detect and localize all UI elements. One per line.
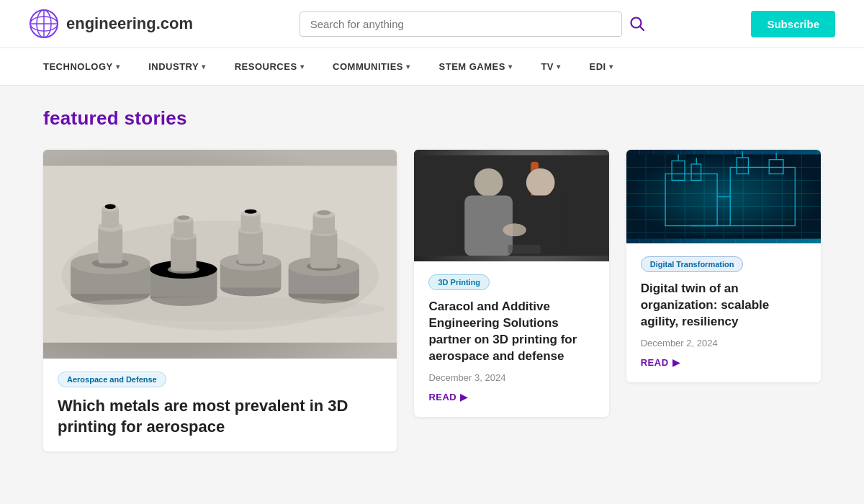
nav-label-edi: EDI bbox=[590, 61, 606, 72]
arrow-right-icon: ▶ bbox=[460, 392, 468, 402]
card-image-digital bbox=[626, 150, 821, 243]
nav-label-tv: TV bbox=[541, 61, 554, 72]
svg-rect-85 bbox=[626, 154, 821, 238]
nav-item-technology[interactable]: TECHNOLOGY ▾ bbox=[29, 48, 134, 85]
search-area bbox=[300, 12, 645, 37]
search-input[interactable] bbox=[310, 18, 611, 30]
chevron-down-icon: ▾ bbox=[202, 63, 206, 71]
nav-item-stem-games[interactable]: STEM GAMES ▾ bbox=[425, 48, 527, 85]
svg-point-51 bbox=[474, 168, 503, 197]
digital-illustration bbox=[626, 150, 821, 243]
read-label-3: READ bbox=[641, 357, 669, 368]
main-nav: TECHNOLOGY ▾ INDUSTRY ▾ RESOURCES ▾ COMM… bbox=[0, 48, 864, 86]
read-link-3[interactable]: READ ▶ bbox=[641, 357, 806, 368]
chevron-down-icon: ▾ bbox=[300, 63, 305, 71]
svg-point-53 bbox=[526, 168, 555, 197]
card-tag-3[interactable]: Digital Transformation bbox=[641, 256, 744, 272]
chevron-down-icon: ▾ bbox=[116, 63, 120, 71]
nav-item-communities[interactable]: COMMUNITIES ▾ bbox=[318, 48, 424, 85]
featured-card: Aerospace and Defense Which metals are m… bbox=[43, 150, 397, 451]
svg-point-55 bbox=[503, 223, 526, 236]
card-title-3: Digital twin of an organization: scalabl… bbox=[641, 281, 806, 330]
cards-grid: Aerospace and Defense Which metals are m… bbox=[43, 150, 821, 451]
chevron-down-icon: ▾ bbox=[406, 63, 410, 71]
card-tag-1[interactable]: Aerospace and Defense bbox=[58, 372, 166, 387]
main-content: featured stories bbox=[14, 86, 850, 473]
chevron-down-icon: ▾ bbox=[557, 63, 561, 71]
card-title-2: Caracol and Additive Engineering Solutio… bbox=[428, 299, 594, 365]
card-body-2: 3D Printing Caracol and Additive Enginee… bbox=[414, 261, 608, 417]
chevron-down-icon: ▾ bbox=[609, 63, 613, 71]
nav-item-edi[interactable]: EDI ▾ bbox=[575, 48, 628, 85]
read-label-2: READ bbox=[428, 392, 456, 402]
caracol-card: 3D Printing Caracol and Additive Enginee… bbox=[414, 150, 608, 417]
card-date-3: December 2, 2024 bbox=[641, 338, 806, 348]
subscribe-button[interactable]: Subscribe bbox=[751, 11, 835, 37]
search-button[interactable] bbox=[629, 16, 645, 32]
svg-line-6 bbox=[640, 27, 644, 30]
svg-point-36 bbox=[245, 210, 257, 214]
svg-point-27 bbox=[177, 215, 189, 220]
card-image-caracol bbox=[414, 150, 608, 261]
card-body-3: Digital Transformation Digital twin of a… bbox=[626, 243, 821, 382]
nav-label-resources: RESOURCES bbox=[235, 61, 297, 72]
svg-point-45 bbox=[317, 210, 330, 215]
digital-twin-card: Digital Transformation Digital twin of a… bbox=[626, 150, 821, 382]
card-image-3dprint bbox=[43, 150, 397, 359]
logo-icon bbox=[29, 9, 59, 39]
nav-item-resources[interactable]: RESOURCES ▾ bbox=[220, 48, 318, 85]
nav-item-tv[interactable]: TV ▾ bbox=[526, 48, 575, 85]
svg-rect-56 bbox=[508, 245, 541, 254]
svg-rect-32 bbox=[238, 230, 263, 264]
nav-label-stem-games: STEM GAMES bbox=[439, 61, 505, 72]
section-title: featured stories bbox=[43, 107, 821, 130]
search-icon bbox=[629, 16, 645, 32]
svg-rect-13 bbox=[98, 227, 122, 264]
svg-rect-52 bbox=[465, 196, 513, 256]
card-body-1: Aerospace and Defense Which metals are m… bbox=[43, 359, 397, 451]
chevron-down-icon: ▾ bbox=[508, 63, 513, 71]
logo-area: engineering.com bbox=[29, 9, 193, 39]
svg-rect-23 bbox=[171, 236, 197, 271]
3dprint-illustration bbox=[43, 150, 397, 359]
nav-item-industry[interactable]: INDUSTRY ▾ bbox=[134, 48, 220, 85]
svg-point-46 bbox=[55, 297, 385, 321]
card-date-2: December 3, 2024 bbox=[428, 372, 594, 383]
read-link-2[interactable]: READ ▶ bbox=[428, 392, 594, 402]
nav-label-communities: COMMUNITIES bbox=[333, 61, 403, 72]
arrow-right-icon: ▶ bbox=[672, 357, 680, 368]
svg-rect-41 bbox=[310, 232, 337, 269]
logo-text: engineering.com bbox=[66, 14, 193, 33]
search-box bbox=[300, 12, 622, 37]
nav-label-technology: TECHNOLOGY bbox=[43, 61, 113, 72]
card-title-1: Which metals are most prevalent in 3D pr… bbox=[58, 396, 382, 437]
caracol-illustration bbox=[414, 150, 608, 261]
svg-point-18 bbox=[105, 204, 116, 210]
header: engineering.com Subscribe bbox=[0, 0, 864, 48]
nav-label-industry: INDUSTRY bbox=[148, 61, 199, 72]
card-tag-2[interactable]: 3D Printing bbox=[428, 274, 490, 290]
